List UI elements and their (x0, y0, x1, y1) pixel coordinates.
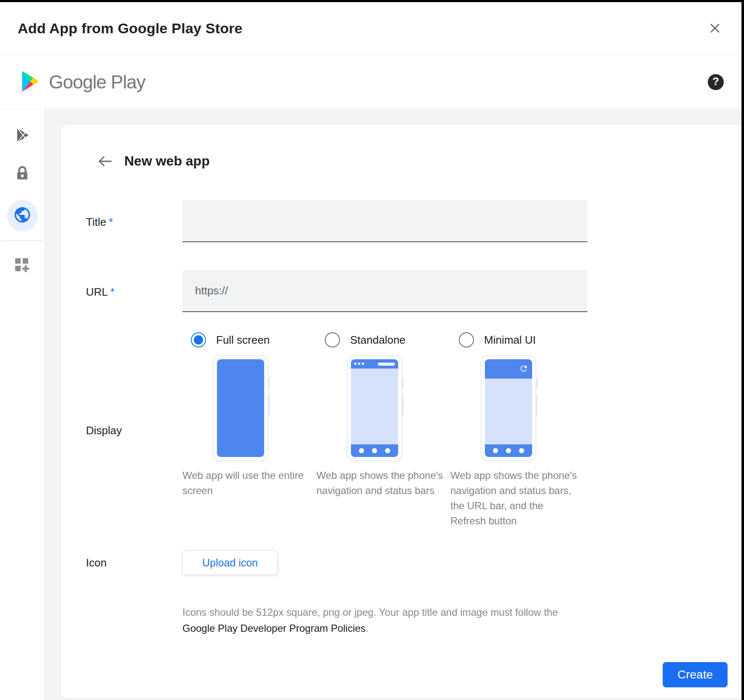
url-bar (485, 359, 532, 379)
policies-link[interactable]: Google Play Developer Program Policies (182, 623, 366, 634)
standalone-phone-illustration (347, 355, 402, 461)
option-label: Standalone (350, 334, 406, 347)
status-bar (351, 359, 398, 369)
display-row: Display Full screen Web app will use the… (61, 332, 741, 529)
full-screen-phone-illustration (213, 355, 268, 461)
active-item-highlight (7, 200, 38, 231)
brand-wordmark: Google Play (49, 72, 145, 93)
url-label: URL* (61, 286, 182, 312)
brand-bar: Google Play ? (0, 55, 741, 109)
option-description: Web app shows the phone's navigation and… (450, 468, 584, 529)
apps-add-icon (14, 257, 31, 275)
sidebar-item-organize-apps[interactable] (0, 246, 45, 286)
upload-icon-button[interactable]: Upload icon (182, 550, 278, 575)
question-mark-icon: ? (712, 75, 719, 88)
note-suffix: . (366, 623, 369, 634)
title-label: Title* (61, 216, 182, 242)
status-dots (354, 363, 364, 365)
screenshot-top-edge (0, 0, 744, 2)
minimal-ui-phone-illustration (481, 355, 536, 461)
radio-unselected-icon[interactable] (459, 332, 474, 347)
back-arrow-icon (97, 163, 112, 169)
option-label: Minimal UI (484, 334, 536, 347)
required-asterisk: * (109, 216, 113, 228)
icon-label: Icon (61, 556, 182, 569)
refresh-icon (519, 364, 528, 373)
screenshot-right-edge (741, 0, 744, 700)
help-button[interactable]: ? (708, 74, 724, 90)
radio-unselected-icon[interactable] (325, 332, 340, 347)
sidebar-item-web-apps[interactable] (0, 195, 45, 237)
standalone-radio-option[interactable]: Standalone (316, 332, 450, 347)
required-asterisk: * (110, 286, 115, 298)
close-icon (709, 29, 721, 36)
full-screen-radio-option[interactable]: Full screen (182, 332, 316, 347)
navigation-bar (485, 444, 532, 457)
option-description: Web app will use the entire screen (182, 468, 316, 498)
display-label: Display (61, 424, 182, 437)
url-row: URL* (61, 270, 741, 312)
heading-row: New web app (61, 153, 741, 169)
icon-requirements-note: Icons should be 512px square, png or jpe… (182, 604, 604, 636)
back-button[interactable] (96, 154, 113, 168)
navigation-bar (351, 444, 398, 457)
globe-icon (13, 206, 32, 226)
dialog-title: Add App from Google Play Store (18, 20, 243, 37)
page-title: New web app (124, 153, 210, 169)
google-play-logo: Google Play (18, 69, 145, 96)
lock-icon (13, 165, 31, 184)
close-button[interactable] (707, 20, 723, 36)
option-label: Full screen (216, 334, 270, 347)
title-input[interactable] (182, 200, 587, 242)
new-web-app-card: New web app Title* URL* Display (61, 124, 741, 699)
option-description: Web app shows the phone's navigation and… (316, 468, 450, 498)
note-text: Icons should be 512px square, png or jpe… (182, 606, 558, 618)
minimal-ui-radio-option[interactable]: Minimal UI (450, 332, 584, 347)
display-option-full-screen: Full screen Web app will use the entire … (182, 332, 316, 529)
dialog-titlebar: Add App from Google Play Store (0, 2, 741, 55)
url-input[interactable] (182, 270, 587, 312)
icon-row: Icon Upload icon (61, 550, 741, 575)
sidebar-divider (1, 240, 43, 241)
sidebar (0, 110, 45, 700)
display-option-standalone: Standalone Web app shows the phone's nav… (316, 332, 450, 529)
content-area: New web app Title* URL* Display (45, 110, 741, 700)
display-options: Full screen Web app will use the entire … (182, 332, 587, 529)
play-store-icon (13, 126, 31, 147)
phone-screen (485, 359, 532, 457)
radio-selected-icon[interactable] (191, 332, 206, 347)
phone-screen (217, 359, 264, 457)
phone-screen (351, 359, 398, 457)
create-button[interactable]: Create (663, 662, 728, 687)
title-row: Title* (61, 200, 741, 242)
display-option-minimal-ui: Minimal UI (450, 332, 584, 529)
play-triangle-icon (18, 69, 41, 96)
sidebar-item-play-store[interactable] (0, 118, 45, 154)
sidebar-item-private-apps[interactable] (0, 154, 45, 195)
status-pill (378, 363, 395, 366)
